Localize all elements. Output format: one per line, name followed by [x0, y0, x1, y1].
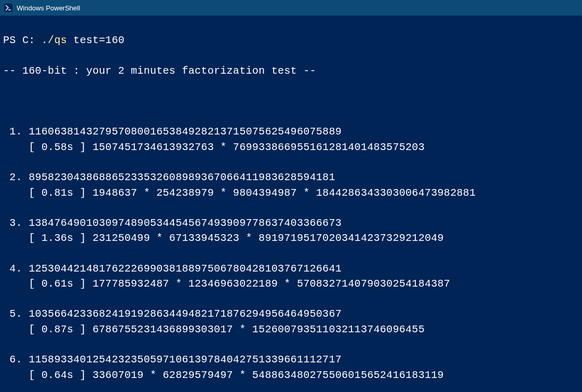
terminal-output[interactable]: PS C: ./qs test=160 -- 160-bit : your 2 … [0, 16, 582, 392]
prompt-command: ./qs [42, 34, 67, 46]
entry-detail-line: [ 0.58s ] 1507451734613932763 * 76993386… [3, 140, 579, 155]
blank-line [3, 291, 579, 306]
entry-number-line: 3. 1384764901030974890534454567493909778… [3, 215, 579, 231]
entry-number-line: 2. 8958230438688652335326089893670664119… [3, 170, 579, 185]
entry-detail-line: [ 1.36s ] 231250499 * 67133945323 * 8919… [3, 231, 579, 246]
entry-number-line: 6. 1158933401254232350597106139784042751… [3, 352, 579, 367]
blank-line [3, 94, 579, 109]
entry-detail-line: [ 0.64s ] 33607019 * 62829579497 * 54886… [3, 368, 579, 383]
entry-number-line: 5. 1035664233682419192863449482171876294… [3, 306, 579, 321]
blank-line [3, 246, 579, 261]
window-title: Windows PowerShell [17, 4, 80, 12]
entries-list: 1. 1160638143279570800165384928213715075… [3, 124, 579, 392]
prompt-args: test=160 [67, 34, 125, 46]
entry-detail-line: [ 0.81s ] 1948637 * 254238979 * 98043949… [3, 185, 579, 200]
blank-line [3, 383, 579, 392]
entry-detail-line: [ 0.61s ] 177785932487 * 12346963022189 … [3, 276, 579, 291]
header-line: -- 160-bit : your 2 minutes factorizatio… [3, 63, 579, 78]
prompt-prefix: PS C: [3, 34, 42, 46]
powershell-icon [4, 4, 12, 12]
entry-number-line: 1. 1160638143279570800165384928213715075… [3, 124, 579, 139]
blank-line [3, 337, 579, 352]
blank-line [3, 155, 579, 170]
entry-number-line: 4. 1253044214817622269903818897506780428… [3, 261, 579, 276]
entry-detail-line: [ 0.87s ] 6786755231436899303017 * 15260… [3, 322, 579, 337]
prompt-line: PS C: ./qs test=160 [3, 33, 579, 48]
title-bar: Windows PowerShell [0, 0, 582, 16]
blank-line [3, 200, 579, 215]
